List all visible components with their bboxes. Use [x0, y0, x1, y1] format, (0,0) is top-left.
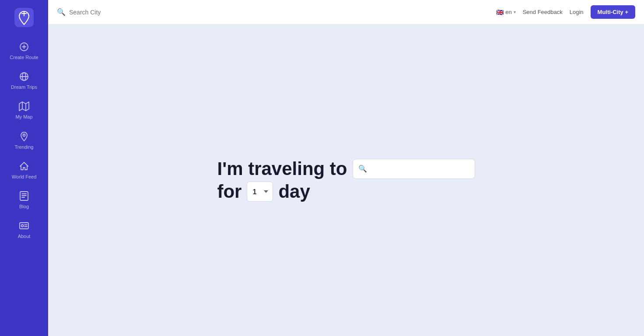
login-button[interactable]: Login — [570, 9, 584, 15]
locale-selector[interactable]: 🇬🇧 en ▾ — [496, 9, 515, 16]
hero-line1: I'm traveling to 🔍 — [217, 158, 475, 179]
svg-point-12 — [23, 134, 25, 136]
chevron-down-icon: ▾ — [514, 10, 516, 14]
globe-icon — [18, 71, 30, 82]
app-logo-icon — [14, 8, 34, 27]
map-icon — [18, 101, 30, 112]
svg-rect-13 — [20, 192, 28, 200]
sidebar-item-trending[interactable]: Trending — [0, 125, 48, 154]
id-card-icon — [18, 220, 30, 231]
sidebar-item-about-label: About — [18, 234, 31, 239]
book-icon — [18, 190, 30, 202]
location-icon — [18, 131, 30, 142]
hero-line2: for 1 2 3 4 5 6 7 8 9 10 day — [217, 181, 310, 202]
sidebar-item-blog[interactable]: Blog — [0, 184, 48, 214]
multi-city-button[interactable]: Multi-City + — [591, 5, 635, 19]
header: 🔍 🇬🇧 en ▾ Send Feedback Login Multi-City… — [48, 0, 644, 24]
hero-section: I'm traveling to 🔍 for 1 2 3 4 5 6 7 8 — [217, 158, 475, 203]
flag-icon: 🇬🇧 — [496, 9, 504, 16]
main-area: 🔍 🇬🇧 en ▾ Send Feedback Login Multi-City… — [48, 0, 644, 336]
city-search-icon: 🔍 — [358, 164, 367, 173]
sidebar-item-about[interactable]: About — [0, 214, 48, 244]
home-icon — [18, 161, 30, 172]
header-search-input[interactable] — [69, 9, 157, 16]
city-search-box: 🔍 — [353, 159, 475, 179]
header-search-icon: 🔍 — [57, 8, 66, 16]
header-search-area: 🔍 — [57, 8, 496, 16]
sidebar: Create Route Dream Trips My Map Trending… — [0, 0, 48, 336]
days-select[interactable]: 1 2 3 4 5 6 7 8 9 10 — [247, 182, 273, 202]
hero-line2-suffix: day — [278, 181, 310, 202]
sidebar-item-world-feed[interactable]: World Feed — [0, 154, 48, 184]
sidebar-item-dream-trips-label: Dream Trips — [11, 84, 37, 90]
send-feedback-button[interactable]: Send Feedback — [523, 9, 563, 15]
sidebar-item-world-feed-label: World Feed — [12, 174, 37, 180]
sidebar-item-trending-label: Trending — [14, 144, 33, 150]
sidebar-item-blog-label: Blog — [19, 204, 29, 210]
locale-code: en — [505, 9, 511, 15]
svg-marker-9 — [19, 102, 29, 111]
svg-point-18 — [21, 225, 24, 227]
hero-line2-prefix: for — [217, 181, 242, 202]
sidebar-item-create-route-label: Create Route — [10, 55, 38, 60]
sidebar-item-my-map-label: My Map — [15, 114, 32, 120]
content-area: I'm traveling to 🔍 for 1 2 3 4 5 6 7 8 — [48, 24, 644, 336]
header-right: 🇬🇧 en ▾ Send Feedback Login Multi-City + — [496, 5, 635, 19]
logo-area — [0, 0, 48, 35]
sidebar-item-my-map[interactable]: My Map — [0, 94, 48, 124]
hero-line1-text: I'm traveling to — [217, 158, 347, 179]
sidebar-item-create-route[interactable]: Create Route — [0, 35, 48, 65]
plus-circle-icon — [18, 41, 30, 52]
city-search-input[interactable] — [371, 165, 469, 172]
sidebar-item-dream-trips[interactable]: Dream Trips — [0, 65, 48, 94]
